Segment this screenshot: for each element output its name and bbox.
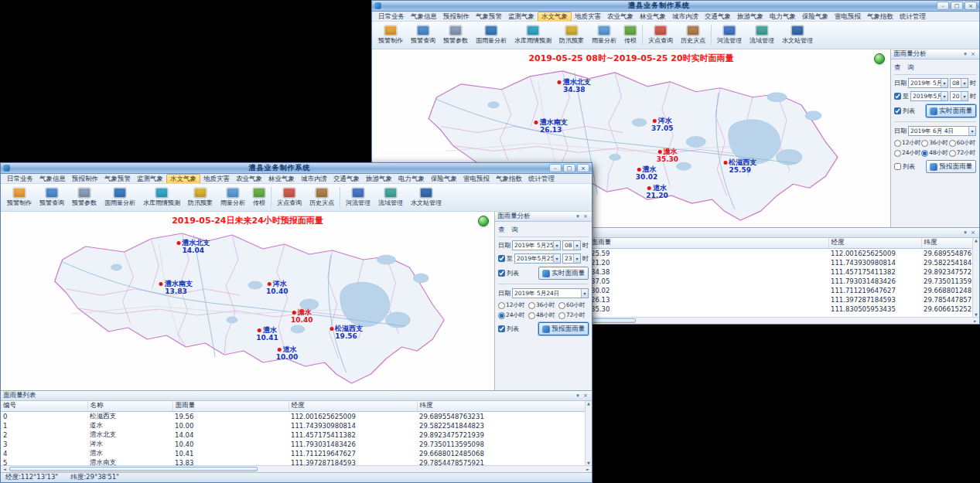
list-checkbox[interactable]: [894, 107, 901, 114]
radio-input[interactable]: [498, 302, 505, 309]
menu-tab-城市内涝[interactable]: 城市内涝: [669, 12, 702, 21]
realtime-rainfall-button[interactable]: 实时面雨量: [538, 267, 589, 280]
end-hour-combo[interactable]: 20▾: [950, 91, 968, 101]
column-header-名称[interactable]: 名称: [87, 401, 172, 411]
menu-tab-统计管理[interactable]: 统计管理: [896, 12, 929, 21]
menu-tab-农业气象[interactable]: 农业气象: [233, 175, 265, 183]
end-hour-combo[interactable]: 23▾: [562, 253, 581, 264]
menu-tab-地质灾害[interactable]: 地质灾害: [572, 12, 604, 21]
scroll-right-icon[interactable]: ►: [971, 318, 979, 324]
column-header-纬度[interactable]: 纬度: [921, 238, 979, 248]
toolbar-button-水文站管理[interactable]: 水文站管理: [407, 185, 446, 210]
toolbar-button-历史灾点[interactable]: 历史灾点: [306, 185, 338, 210]
duration-radio-36小时[interactable]: 36小时: [528, 301, 558, 309]
menu-tab-气象指数[interactable]: 气象指数: [864, 12, 896, 21]
maximize-button[interactable]: □: [563, 164, 575, 172]
menu-tab-雷电预报[interactable]: 雷电预报: [460, 175, 493, 183]
maximize-button[interactable]: □: [951, 2, 963, 10]
scroll-up-icon[interactable]: ▲: [587, 401, 590, 406]
chevron-down-icon[interactable]: ▾: [573, 254, 580, 263]
menu-tab-交通气象[interactable]: 交通气象: [702, 12, 734, 21]
close-icon[interactable]: ×: [969, 230, 977, 236]
table-row[interactable]: 4澧水10.41111.71121964762729.6688012485068: [1, 449, 592, 458]
menu-tab-监测气象[interactable]: 监测气象: [134, 175, 166, 183]
duration-radio-60小时[interactable]: 60小时: [558, 301, 589, 309]
chevron-down-icon[interactable]: ▾: [581, 289, 588, 298]
menu-tab-农业气象[interactable]: 农业气象: [604, 12, 637, 21]
column-header-经度[interactable]: 经度: [828, 238, 921, 248]
menu-tab-旅游气象[interactable]: 旅游气象: [734, 12, 767, 21]
table-row[interactable]: 3涔水10.40111.79303148342629.7350113595098: [1, 440, 592, 449]
pin-icon[interactable]: ▾: [961, 51, 969, 57]
realtime-rainfall-button[interactable]: 实时面雨量: [926, 104, 977, 117]
menu-tab-林业气象[interactable]: 林业气象: [265, 175, 298, 183]
toolbar-button-雨量分析[interactable]: 雨量分析: [588, 22, 620, 48]
toolbar-button-历史灾点[interactable]: 历史灾点: [677, 22, 709, 48]
toolbar-button-流域管理[interactable]: 流域管理: [746, 22, 778, 48]
toolbar-button-灾点查询[interactable]: 灾点查询: [644, 22, 677, 48]
menu-tab-保险气象[interactable]: 保险气象: [799, 12, 831, 21]
duration-radio-12小时[interactable]: 12小时: [894, 139, 921, 147]
radio-input[interactable]: [921, 140, 928, 147]
end-date-combo[interactable]: 2019年5月25日▾: [514, 253, 561, 264]
toolbar-button-面雨量分析[interactable]: 面雨量分析: [101, 185, 139, 210]
toolbar-button-水库雨情预测[interactable]: 水库雨情预测: [139, 185, 184, 210]
radio-input[interactable]: [558, 302, 565, 309]
radio-input[interactable]: [528, 312, 535, 319]
titlebar[interactable]: 澧县业务制作系统 – □ ×: [1, 163, 592, 174]
table-row[interactable]: 5澧水南支13.83111.39728718459329.78544785759…: [1, 458, 592, 466]
toolbar-button-预警查询[interactable]: 预警查询: [36, 185, 68, 210]
end-date-combo[interactable]: 2019年5月25日▾: [910, 91, 948, 101]
start-hour-combo[interactable]: 08▾: [562, 240, 581, 250]
list-checkbox[interactable]: [498, 325, 505, 332]
minimize-button[interactable]: –: [937, 2, 949, 10]
menu-tab-地质灾害[interactable]: 地质灾害: [200, 175, 233, 183]
toolbar-button-预警参数[interactable]: 预警参数: [68, 185, 101, 210]
duration-radio-48小时[interactable]: 48小时: [921, 149, 948, 157]
radio-input[interactable]: [949, 140, 956, 147]
column-header-面雨量[interactable]: 面雨量: [589, 238, 828, 248]
toolbar-button-预警制作[interactable]: 预警制作: [374, 22, 407, 48]
toolbar-button-水文站管理[interactable]: 水文站管理: [778, 22, 817, 48]
toolbar-button-预警参数[interactable]: 预警参数: [439, 22, 472, 48]
start-date-combo[interactable]: 2019年 5月25日▾: [512, 240, 561, 250]
chevron-down-icon[interactable]: ▾: [941, 79, 948, 87]
toolbar-button-预警制作[interactable]: 预警制作: [3, 185, 36, 210]
radio-input[interactable]: [498, 312, 505, 319]
chevron-down-icon[interactable]: ▾: [573, 241, 580, 250]
column-header-编号[interactable]: 编号: [1, 401, 87, 411]
menu-tab-统计管理[interactable]: 统计管理: [525, 175, 558, 183]
menu-tab-水文气象[interactable]: 水文气象: [166, 174, 200, 184]
pin-icon[interactable]: ▾: [574, 393, 582, 399]
column-header-面雨量[interactable]: 面雨量: [172, 401, 289, 411]
radio-input[interactable]: [894, 150, 901, 157]
menu-tab-气象预警[interactable]: 气象预警: [101, 175, 134, 183]
start-date-combo[interactable]: 2019年 5月25日▾: [908, 78, 948, 88]
duration-radio-72小时[interactable]: 72小时: [949, 149, 976, 157]
menu-tab-交通气象[interactable]: 交通气象: [330, 175, 363, 183]
list-checkbox[interactable]: [894, 163, 901, 170]
radio-input[interactable]: [528, 302, 535, 309]
menu-tab-气象信息[interactable]: 气象信息: [408, 12, 440, 21]
menu-tab-旅游气象[interactable]: 旅游气象: [363, 175, 395, 183]
duration-radio-24小时[interactable]: 24小时: [498, 311, 528, 319]
toolbar-button-传模[interactable]: 传模: [620, 22, 640, 48]
menu-tab-林业气象[interactable]: 林业气象: [637, 12, 669, 21]
scroll-up-icon[interactable]: ▲: [975, 238, 978, 243]
map-globe-button[interactable]: [478, 216, 489, 226]
close-icon[interactable]: ×: [582, 393, 589, 399]
toolbar-button-水库雨情预测[interactable]: 水库雨情预测: [510, 22, 555, 48]
close-icon[interactable]: ×: [969, 51, 977, 57]
start-hour-combo[interactable]: 08▾: [950, 78, 968, 88]
toolbar-button-河流管理[interactable]: 河流管理: [342, 185, 374, 210]
radio-input[interactable]: [894, 140, 901, 147]
toolbar-button-传模[interactable]: 传模: [249, 185, 269, 210]
close-icon[interactable]: ×: [582, 213, 589, 219]
column-header-纬度[interactable]: 纬度: [417, 401, 592, 411]
radio-input[interactable]: [921, 150, 928, 157]
chevron-down-icon[interactable]: ▾: [553, 254, 560, 263]
titlebar[interactable]: 澧县业务制作系统 – □ ×: [372, 1, 979, 12]
toolbar-button-流域管理[interactable]: 流域管理: [374, 185, 407, 210]
list-checkbox[interactable]: [498, 270, 505, 277]
menu-tab-预报制作[interactable]: 预报制作: [440, 12, 473, 21]
